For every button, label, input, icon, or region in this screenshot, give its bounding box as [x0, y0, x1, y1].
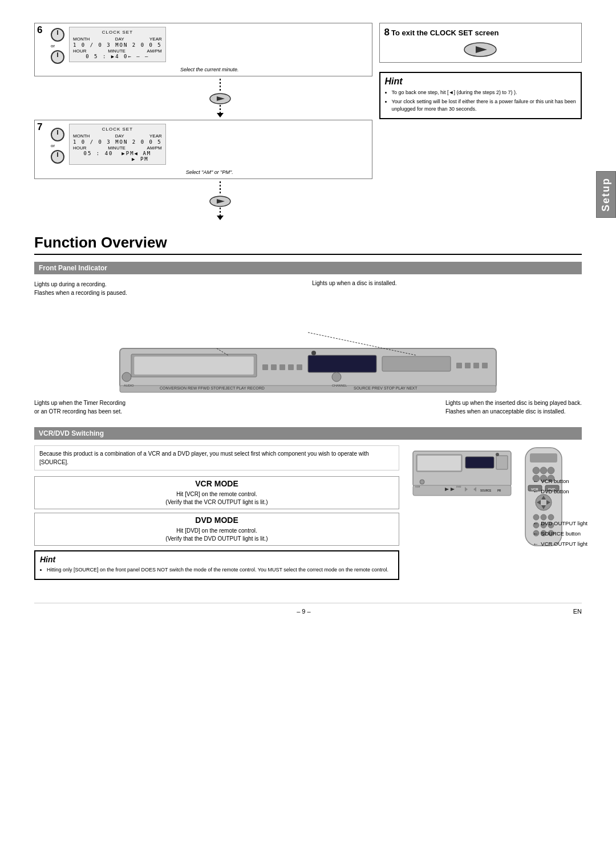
- step-7-row2: HOURMINUTEAM/PM: [73, 145, 162, 151]
- svg-point-37: [420, 480, 424, 484]
- step-7-icons: or CLOCK SET MONTHDAYYEAR 1 0 / 0 3 MON …: [51, 124, 368, 167]
- svg-point-24: [122, 372, 131, 382]
- play-button-icon: [463, 42, 497, 58]
- svg-rect-34: [496, 456, 508, 469]
- annotation-bottom-left: Lights up when the Timer Recording or an…: [34, 399, 125, 416]
- dial-icon-down-7: [51, 150, 64, 164]
- svg-rect-15: [382, 356, 451, 371]
- svg-text:CHANNEL: CHANNEL: [332, 384, 347, 387]
- step-6-icons: or CLOCK SET MONTHDAYYEAR 1 0 / 0 3 MON …: [51, 27, 368, 64]
- svg-rect-20: [482, 363, 488, 368]
- or-text-7: or: [51, 143, 64, 148]
- svg-text:SOURCE  PREV  STOP   PLAY   NE: SOURCE PREV STOP PLAY NEXT: [354, 386, 418, 390]
- svg-rect-10: [271, 364, 277, 370]
- svg-rect-36: [413, 485, 511, 496]
- source-button-label: ← SOURCE button: [533, 529, 587, 538]
- svg-rect-19: [473, 363, 479, 368]
- svg-rect-8: [134, 356, 254, 375]
- svg-rect-9: [262, 364, 268, 370]
- svg-point-49: [540, 467, 547, 474]
- bottom-annotations: Lights up when the Timer Recording or an…: [34, 394, 582, 416]
- vcr-dvd-hint-list: Hitting only [SOURCE] on the front panel…: [40, 566, 394, 574]
- dotted-arrow-7: [209, 181, 232, 220]
- vcr-dvd-intro: Because this product is a combination of…: [34, 445, 399, 470]
- front-panel-area: Lights up during a recording. Flashes wh…: [34, 280, 582, 416]
- function-overview-title: Function Overview: [34, 234, 582, 255]
- hint-item-1: To go back one step, hit [◄] (during the…: [392, 89, 577, 97]
- vcr-mode-desc: Hit [VCR] on the remote control. (Verify…: [39, 490, 394, 506]
- dvd-mode-title: DVD MODE: [39, 516, 394, 525]
- step-6-clock-display: CLOCK SET MONTHDAYYEAR 1 0 / 0 3 MON 2 0…: [69, 27, 166, 62]
- or-text-6: or: [51, 43, 64, 48]
- step-8-number: 8: [384, 27, 390, 38]
- step-6-row2-val: 0 5 : ▶4 0← – –: [73, 54, 162, 59]
- page-footer: – 9 – EN: [34, 603, 582, 615]
- step-7-content: or CLOCK SET MONTHDAYYEAR 1 0 / 0 3 MON …: [51, 124, 368, 175]
- dot-line-4: [220, 208, 221, 216]
- front-panel-section-header: Front Panel Indicator: [34, 262, 582, 274]
- svg-rect-13: [297, 364, 302, 370]
- svg-point-35: [496, 453, 499, 456]
- remote-labels: ← VCR button ← DVD button ← DVD OUTPUT l…: [533, 477, 587, 550]
- vcr-mode-box: VCR MODE Hit [VCR] on the remote control…: [34, 476, 399, 509]
- svg-text:DVD: DVD: [456, 485, 461, 488]
- vcr-dvd-left-col: Because this product is a combination of…: [34, 445, 399, 580]
- page-number: – 9 –: [297, 608, 310, 615]
- steps-section: 6 or CLOCK SET MONTHDAYYEAR 1 0 / 0 3 MO…: [34, 23, 582, 222]
- step-7-row1: MONTHDAYYEAR: [73, 133, 162, 139]
- dvd-output-label: ← DVD OUTPUT light: [533, 519, 587, 528]
- svg-rect-33: [465, 457, 494, 468]
- dial-icon-up: [51, 28, 64, 42]
- svg-rect-18: [465, 363, 471, 368]
- svg-rect-14: [308, 355, 376, 372]
- step-7-clock-display: CLOCK SET MONTHDAYYEAR 1 0 / 0 3 MON 2 0…: [69, 124, 166, 165]
- dvd-button-label: ← DVD button: [533, 487, 587, 496]
- vcr-button-label: ← VCR button: [533, 477, 587, 486]
- svg-rect-32: [418, 456, 461, 470]
- annotation-top-center: Lights up when a disc is installed.: [127, 280, 582, 297]
- step-8-text: To exit the CLOCK SET screen: [391, 29, 499, 37]
- dial-icon-up-7: [51, 128, 64, 141]
- arrow-head-7: [217, 216, 224, 220]
- vcr-dvd-section: VCR/DVD Switching Because this product i…: [34, 427, 582, 580]
- step-6-number: 6: [37, 25, 42, 36]
- svg-point-50: [548, 467, 554, 474]
- step-6-box: 6 or CLOCK SET MONTHDAYYEAR 1 0 / 0 3 MO…: [34, 23, 372, 76]
- svg-text:SOURCE: SOURCE: [480, 489, 491, 492]
- remote-icon-6: [209, 92, 232, 105]
- step-8-box: 8 To exit the CLOCK SET screen: [379, 23, 582, 63]
- dvd-mode-box: DVD MODE Hit [DVD] on the remote control…: [34, 513, 399, 546]
- svg-rect-17: [456, 363, 462, 368]
- svg-rect-11: [279, 364, 285, 370]
- svg-rect-12: [288, 364, 294, 370]
- step-7-clock-title: CLOCK SET: [73, 127, 162, 132]
- svg-text:VCR: VCR: [415, 485, 420, 488]
- vcr-mode-title: VCR MODE: [39, 479, 394, 488]
- svg-text:AUDIO: AUDIO: [124, 384, 134, 387]
- vcr-device-small: VCR DVD SOURCE PR: [411, 445, 513, 497]
- dial-icon-down: [51, 50, 64, 64]
- dvd-mode-desc: Hit [DVD] on the remote control. (Verify…: [39, 527, 394, 543]
- vcr-dvd-hint-box: Hint Hitting only [SOURCE] on the front …: [34, 550, 399, 580]
- annotation-top-left: Lights up during a recording. Flashes wh…: [34, 280, 127, 297]
- arrow-head-6: [217, 113, 224, 117]
- annotation-bottom-right: Lights up when the inserted disc is bein…: [445, 399, 582, 416]
- dot-line-1: [220, 79, 221, 92]
- svg-point-26: [332, 372, 341, 382]
- vcr-dvd-right-col: VCR DVD SOURCE PR: [411, 445, 582, 580]
- device-remote-illustration: VCR DVD SOURCE PR: [411, 445, 582, 548]
- vcr-dvd-layout: Because this product is a combination of…: [34, 445, 582, 580]
- step-6-clock-title: CLOCK SET: [73, 30, 162, 35]
- footer-en: EN: [573, 608, 582, 615]
- device-svg: CONVERSION REW FFWD STOP/EJECT PLAY RECO…: [114, 331, 502, 394]
- svg-point-16: [311, 351, 316, 355]
- hint-list: To go back one step, hit [◄] (during the…: [385, 89, 577, 113]
- vcr-dvd-hint-item-1: Hitting only [SOURCE] on the front panel…: [47, 566, 394, 574]
- step-7-box: 7 or CLOCK SET MONTHDAYYEAR 1 0 / 0 3 MO…: [34, 120, 372, 179]
- svg-rect-47: [530, 453, 557, 462]
- svg-point-48: [533, 467, 540, 474]
- step-7-row1-val: 1 0 / 0 3 MON 2 0 0 5: [73, 139, 162, 145]
- svg-text:CONVERSION  REW   FFWD  STOP/E: CONVERSION REW FFWD STOP/EJECT PLAY RECO…: [160, 386, 265, 390]
- remote-icon-7: [209, 195, 232, 208]
- step-7-row2-val: 05 : 40 ▶PM◀ AM▶ PM: [73, 151, 162, 162]
